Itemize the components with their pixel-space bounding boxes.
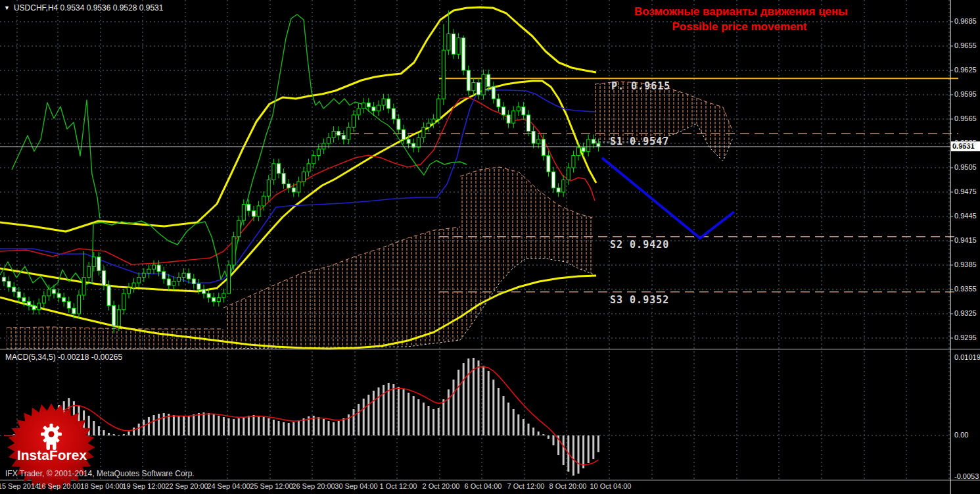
price-axis-tick: 0.9475 [954,187,977,195]
price-axis-tick: 0.9445 [954,212,977,220]
time-axis-tick: 22 Sep 20:00 [165,482,208,490]
level-label-P: P. 0.9615 [611,80,670,92]
price-axis-tick: 0.9415 [954,236,977,244]
time-axis-tick: 1 Oct 12:00 [380,482,417,490]
macd-axis-tick: -0.0053 [954,472,979,480]
time-axis-tick: 30 Sep 04:00 [335,482,377,490]
price-axis-tick: 0.9505 [954,163,977,171]
annotation-line-ru: Возможные варианты движения цены [634,4,845,19]
chart-canvas[interactable] [0,0,980,494]
trading-terminal-window: ▼USDCHF,H4 0.9534 0.9536 0.9528 0.9531 В… [0,0,980,494]
symbol-quote-text: USDCHF,H4 0.9534 0.9536 0.9528 0.9531 [14,3,164,12]
time-axis-tick: 15 Sep 2014 [0,482,39,490]
price-axis-tick: 0.9685 [954,17,977,25]
level-label-S3: S3 0.9352 [610,294,669,306]
price-axis-tick: 0.9625 [954,66,977,74]
time-axis-tick: 26 Sep 20:00 [292,482,335,490]
time-axis-tick: 25 Sep 12:00 [250,482,292,490]
time-axis-tick: 2 Oct 20:00 [423,482,460,490]
price-axis-tick: 0.9595 [954,90,977,98]
time-axis-tick: 18 Sep 04:00 [80,482,123,490]
price-axis-tick: 0.9535 [954,139,977,147]
time-axis-tick: 6 Oct 04:00 [465,482,502,490]
level-label-S1: S1 0.9547 [610,136,669,147]
price-axis-tick: 0.9385 [954,260,977,268]
price-axis-tick: 0.9325 [954,309,977,317]
time-axis-tick: 8 Oct 20:00 [549,482,587,490]
price-annotation: Возможные варианты движения цены Possibl… [634,4,845,34]
price-axis-tick: 0.9295 [954,333,977,341]
logo-text: InstaForex [4,447,100,463]
price-axis-tick: 0.9355 [954,285,977,293]
annotation-line-en: Possible price movement [634,19,845,34]
macd-indicator-label: MACD(5,34,5) -0.00218 -0.00265 [5,353,122,362]
level-label-S2: S2 0.9420 [610,239,669,251]
time-axis-tick: 24 Sep 04:00 [207,482,250,490]
time-axis-tick: 10 Oct 04:00 [590,482,632,490]
symbol-dropdown-icon[interactable]: ▼ [4,5,10,11]
chart-title-bar: ▼USDCHF,H4 0.9534 0.9536 0.9528 0.9531 [4,3,163,12]
price-axis-tick: 0.9565 [954,114,977,122]
price-projection-line [602,158,734,238]
time-axis-tick: 7 Oct 12:00 [507,482,545,490]
time-axis-tick: 16 Sep 20:00 [37,482,80,490]
line-green_a [12,100,100,218]
time-axis-tick: 19 Sep 12:00 [122,482,165,490]
copyright-text: IFX Trader, © 2001-2014, MetaQuotes Soft… [5,469,195,478]
instaforex-logo: InstaForex [4,404,100,494]
price-axis-tick: 0.9655 [954,41,977,49]
macd-axis-tick: 0.01019 [954,353,980,361]
macd-axis-tick: 0.00 [954,431,968,439]
